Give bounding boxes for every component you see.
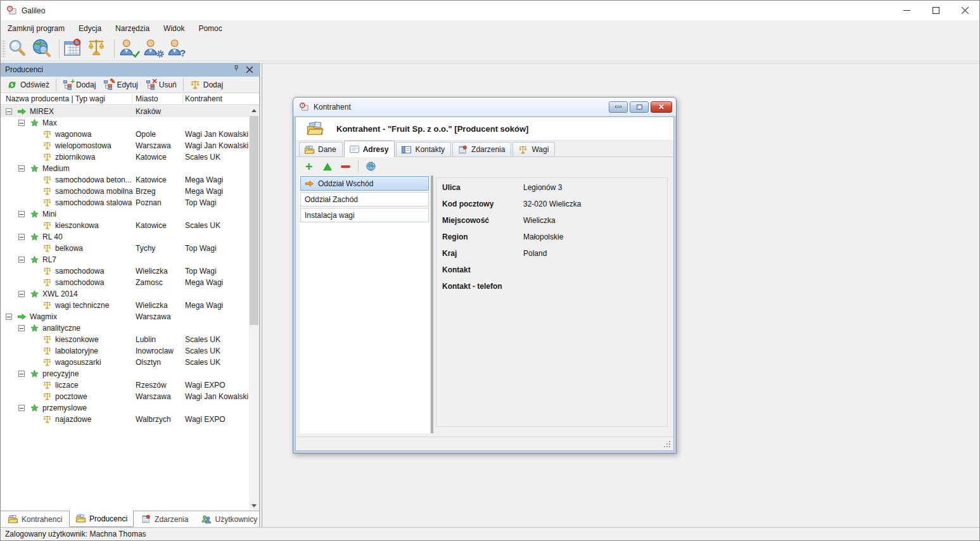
column-separator[interactable]: [182, 94, 183, 103]
table-row[interactable]: wagosuszarkiOlsztynScales UK: [1, 357, 249, 368]
tab-kontrahenci[interactable]: Kontrahenci: [2, 511, 68, 527]
user-check-icon[interactable]: [118, 38, 142, 60]
panel-toolbar-odśwież-button[interactable]: Odśwież: [3, 78, 53, 92]
tree-scrollbar[interactable]: [249, 105, 259, 511]
address-list-item[interactable]: Instalacja wagi: [300, 208, 429, 222]
dialog-tab-wagi[interactable]: Wagi: [512, 142, 555, 156]
table-row[interactable]: Medium: [1, 163, 249, 174]
collapse-icon[interactable]: [18, 211, 25, 217]
field-value[interactable]: Małopolskie: [523, 232, 563, 249]
add-icon[interactable]: +: [303, 161, 314, 172]
collapse-icon[interactable]: [18, 120, 25, 126]
scales-icon[interactable]: [87, 38, 111, 60]
menu-item-4[interactable]: Pomoc: [191, 21, 229, 36]
table-row[interactable]: pocztoweWarszawaWagi Jan Kowalski: [1, 391, 249, 402]
dialog-maximize-button[interactable]: [630, 101, 649, 113]
table-row[interactable]: samochodowaZamoscMega Wagi: [1, 277, 249, 288]
tab-producenci[interactable]: Producenci: [69, 511, 134, 527]
dialog-tab-adresy[interactable]: Adresy: [344, 141, 395, 157]
table-row[interactable]: samochodowa beton...KatowiceMega Wagi: [1, 174, 249, 186]
table-row[interactable]: Max: [1, 117, 249, 129]
dialog-titlebar[interactable]: Kontrahent ✕: [293, 98, 676, 116]
table-row[interactable]: RL7: [1, 254, 249, 265]
table-row[interactable]: MIREXKraków: [1, 106, 249, 117]
table-row[interactable]: analityczne: [1, 322, 249, 334]
table-row[interactable]: samochodowa stalowaPoznanTop Wagi: [1, 197, 249, 208]
table-row[interactable]: samochodowaWieliczkaTop Wagi: [1, 265, 249, 277]
field-value[interactable]: Wieliczka: [523, 216, 556, 232]
menu-item-0[interactable]: Zamknij program: [1, 21, 72, 36]
table-row[interactable]: belkowaTychyTop Wagi: [1, 243, 249, 254]
address-list-item[interactable]: Oddział Zachód: [300, 192, 429, 207]
table-row[interactable]: wagi techniczneWieliczkaMega Wagi: [1, 300, 249, 311]
move-up-icon[interactable]: [322, 161, 333, 172]
close-button[interactable]: [950, 1, 979, 20]
resize-grip[interactable]: [664, 441, 670, 447]
field-value[interactable]: 32-020 Wieliczka: [523, 200, 581, 216]
search-global-icon[interactable]: [32, 38, 56, 60]
column-header-city[interactable]: Miasto: [136, 94, 158, 103]
collapse-icon[interactable]: [18, 371, 25, 377]
column-header-contractor[interactable]: Kontrahent: [185, 94, 222, 103]
scrollbar-thumb[interactable]: [250, 116, 258, 325]
maximize-button[interactable]: [921, 1, 950, 20]
collapse-icon[interactable]: [18, 234, 25, 240]
menu-item-1[interactable]: Edycja: [72, 21, 108, 36]
splitter[interactable]: [431, 175, 433, 433]
collapse-icon[interactable]: [6, 108, 12, 115]
scroll-up-icon[interactable]: [249, 105, 259, 115]
collapse-icon[interactable]: [18, 291, 25, 297]
events-icon[interactable]: [63, 38, 87, 60]
panel-close-icon[interactable]: [245, 65, 255, 75]
table-row[interactable]: zbiornikowaKatowiceScales UK: [1, 151, 249, 163]
table-row[interactable]: Mini: [1, 208, 249, 220]
table-row[interactable]: najazdoweWalbrzychWagi EXPO: [1, 414, 249, 425]
toolbar-grip[interactable]: [1, 39, 6, 58]
contractor-cell: Top Wagi: [185, 267, 217, 276]
dialog-minimize-button[interactable]: [609, 101, 628, 113]
minimize-button[interactable]: [892, 1, 921, 20]
pin-icon[interactable]: [232, 65, 243, 75]
table-row[interactable]: liczaceRzeszówWagi EXPO: [1, 379, 249, 391]
address-list-item[interactable]: Oddział Wschód: [300, 176, 429, 191]
globe-icon[interactable]: [366, 161, 376, 172]
scales-icon: [42, 301, 52, 310]
user-settings-icon[interactable]: [142, 38, 166, 60]
user-help-icon[interactable]: ?: [166, 38, 190, 60]
panel-toolbar-usuń-button[interactable]: ✕Usuń: [142, 78, 181, 92]
tab-zdarzenia[interactable]: Zdarzenia: [135, 511, 194, 527]
table-row[interactable]: kieszonkoweLublinScales UK: [1, 334, 249, 345]
collapse-icon[interactable]: [18, 325, 25, 331]
collapse-icon[interactable]: [6, 314, 12, 320]
table-row[interactable]: precyzyjne: [1, 368, 249, 379]
table-row[interactable]: WagmixWarszawa: [1, 311, 249, 322]
field-value[interactable]: Poland: [523, 249, 547, 265]
collapse-icon[interactable]: [18, 257, 25, 263]
table-row[interactable]: XWL 2014: [1, 288, 249, 300]
scroll-down-icon[interactable]: [249, 500, 259, 511]
column-header-name[interactable]: Nazwa producenta | Typ wagi: [6, 94, 105, 103]
dialog-tab-zdarzenia[interactable]: Zdarzenia: [452, 142, 511, 156]
search-icon[interactable]: [8, 38, 32, 60]
panel-toolbar-dodaj-button[interactable]: +Dodaj: [59, 78, 99, 92]
table-row[interactable]: samochodowa mobilnaBrzegMega Wagi: [1, 186, 249, 197]
table-row[interactable]: wielopomostowaWarszawaWagi Jan Kowalski: [1, 140, 249, 151]
table-row[interactable]: labolatoryjneInowroclawScales UK: [1, 345, 249, 357]
table-row[interactable]: RL 40: [1, 231, 249, 243]
column-separator[interactable]: [132, 94, 132, 103]
tab-użytkownicy[interactable]: Użytkownicy: [195, 511, 263, 527]
table-row[interactable]: wagonowaOpoleWagi Jan Kowalski: [1, 129, 249, 140]
panel-toolbar-edytuj-button[interactable]: ✎Edytuj: [99, 78, 141, 92]
table-row[interactable]: kieszonkowaKatowiceScales UK: [1, 220, 249, 231]
menu-item-3[interactable]: Widok: [156, 21, 191, 36]
dialog-close-button[interactable]: ✕: [651, 101, 672, 113]
collapse-icon[interactable]: [18, 165, 25, 172]
menu-item-2[interactable]: Narzędzia: [108, 21, 156, 36]
dialog-tab-kontakty[interactable]: Kontakty: [396, 142, 451, 156]
dialog-tab-dane[interactable]: Dane: [299, 142, 343, 156]
table-row[interactable]: przemyslowe: [1, 402, 249, 414]
field-value[interactable]: Legionów 3: [523, 183, 562, 200]
panel-toolbar-dodaj-button[interactable]: Dodaj: [186, 78, 227, 92]
remove-icon[interactable]: [340, 161, 351, 172]
collapse-icon[interactable]: [18, 405, 25, 411]
